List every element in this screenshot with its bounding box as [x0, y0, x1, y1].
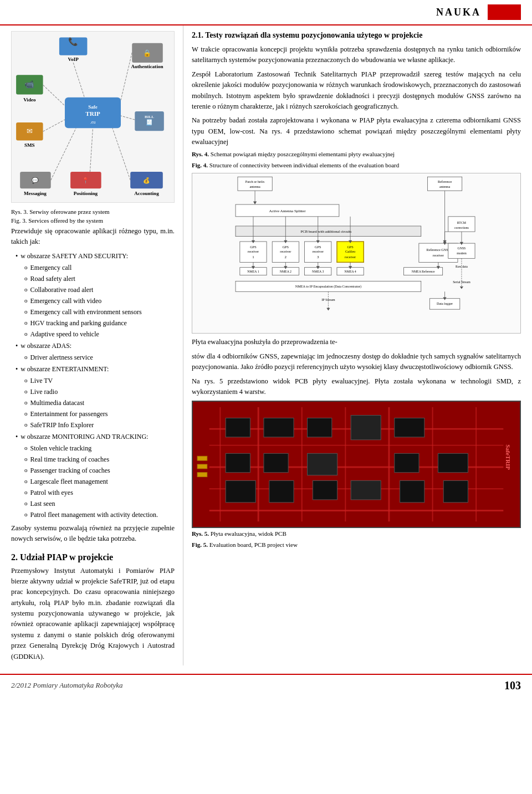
item-safetrip-info: SafeTRIP Info Explorer [24, 420, 175, 430]
svg-text:💰: 💰 [143, 177, 150, 184]
svg-rect-32 [70, 172, 101, 188]
svg-text:NMEA 4: NMEA 4 [344, 270, 356, 273]
right-para2: Zespół Laboratorium Zastosowań Technik S… [192, 69, 521, 112]
rys5-caption-pl: Rys. 5. Płyta ewaluacyjna, widok PCB [192, 530, 521, 537]
svg-text:Video: Video [23, 97, 36, 103]
svg-text:modem: modem [457, 252, 467, 255]
svg-marker-119 [460, 286, 463, 289]
svg-rect-140 [226, 454, 250, 473]
item-patrol-fleet: Patrol fleet management with activity de… [24, 510, 175, 520]
svg-rect-141 [264, 454, 288, 473]
category-adas: w obszarze ADAS: [16, 341, 175, 351]
category-entertainment-label: w obszarze ENTERTAINMENT: [21, 364, 109, 374]
services-list: w obszarze SAFETY AND SECURITY: Emergenc… [16, 251, 175, 520]
svg-text:receiver: receiver [280, 250, 291, 254]
item-live-tv: Live TV [24, 376, 175, 386]
svg-text:GPS: GPS [347, 245, 354, 249]
svg-text:receiver: receiver [248, 250, 259, 254]
pcb-image: SafeTRIP [192, 401, 521, 528]
item-passenger-tracking: Passenger tracking of coaches [24, 465, 175, 475]
svg-line-7 [73, 63, 84, 98]
svg-line-11 [43, 85, 65, 105]
svg-rect-136 [264, 418, 294, 437]
svg-text:3: 3 [317, 255, 319, 260]
svg-text:Accounting: Accounting [134, 191, 159, 196]
item-live-radio: Live radio [24, 387, 175, 397]
svg-rect-8 [16, 75, 43, 94]
item-driver-alertness: Driver alertness service [24, 352, 175, 362]
item-emergency-env: Emergency call with environment sensors [24, 307, 175, 317]
category-safety-label: w obszarze SAFETY AND SECURITY: [21, 251, 128, 261]
svg-text:🔒: 🔒 [143, 49, 152, 58]
rys4-text-pl: Schemat powiązań między poszczególnymi e… [211, 151, 395, 157]
svg-text:Data logger: Data logger [437, 302, 453, 306]
svg-text:💬: 💬 [32, 177, 39, 184]
svg-rect-24 [135, 111, 164, 131]
section2-text1: Przemysłowy Instytut Automatyki i Pomiar… [11, 566, 175, 662]
item-road-safety: Road safety alert [24, 274, 175, 284]
svg-text:NMEA 3: NMEA 3 [312, 270, 324, 273]
category-adas-label: w obszarze ADAS: [21, 341, 71, 351]
category-monitoring: w obszarze MONITORING AND TRACKING: [16, 432, 175, 442]
svg-text:GNSS: GNSS [457, 247, 466, 250]
eval-schematic-svg: Patch or helix antenna Reference antenna… [192, 173, 520, 333]
section2-heading: 2. Udział PIAP w projekcie [11, 552, 175, 562]
svg-rect-147 [313, 481, 337, 500]
svg-text:Reference GNSS: Reference GNSS [427, 248, 451, 252]
fig3-caption-pl: Rys. 3. Serwisy oferowane przez system [11, 208, 175, 215]
svg-line-27 [121, 116, 135, 120]
right-para1: W trakcie opracowania koncepcji projektu… [192, 44, 521, 66]
item-fleet-mgmt: Largescale fleet management [24, 477, 175, 486]
item-entertainment-pass: Entertainment for passengers [24, 409, 175, 419]
svg-text:receiver: receiver [345, 255, 356, 259]
svg-text:TRIP: TRIP [85, 110, 100, 117]
category-monitoring-label: w obszarze MONITORING AND TRACKING: [21, 432, 148, 442]
svg-rect-4 [59, 38, 88, 55]
section-heading-container: 2.1. Testy rozwiązań dla systemu pozycjo… [192, 31, 521, 40]
item-stolen-vehicle: Stolen vehicle tracking [24, 443, 175, 453]
right-para5: stów dla 4 odbiorników GNSS, zapewniając… [192, 351, 521, 373]
svg-line-31 [112, 128, 130, 180]
rys5-caption-en: Fig. 5. Evaluation board, PCB project vi… [192, 541, 521, 548]
item-emergency-call: Emergency call [24, 263, 175, 273]
item-patrol-eyes: Patrol with eyes [24, 488, 175, 498]
svg-marker-101 [326, 308, 330, 311]
page-footer: 2/2012 Pomiary Automatyka Robotyka 103 [0, 674, 532, 696]
svg-rect-28 [130, 172, 163, 188]
fig3-caption-en: Fig. 3. Services offered by the system [11, 217, 175, 224]
svg-text:receiver: receiver [313, 250, 324, 254]
svg-rect-149 [400, 481, 424, 503]
svg-text:Messaging: Messaging [24, 191, 47, 196]
svg-text:receiver: receiver [433, 254, 444, 258]
rys4-caption-pl: Rys. 4. Schemat powiązań między poszczeg… [192, 151, 521, 157]
svg-text:Galileo: Galileo [345, 250, 355, 254]
svg-line-35 [90, 128, 93, 172]
rys5-text-pl: Płyta ewaluacyjna, widok PCB [211, 530, 287, 537]
item-collaborative-road: Collaborative road alert [24, 285, 175, 295]
diagram-svg: Safe TRIP .eu 📞 VoIP 📹 Video ✉ SMS [12, 32, 174, 202]
svg-text:VoIP: VoIP [68, 57, 79, 62]
right-para3: Na potrzeby badań została zaprojektowana… [192, 115, 521, 147]
svg-text:Patch or helix: Patch or helix [245, 180, 265, 183]
svg-text:🧾: 🧾 [146, 119, 153, 126]
svg-rect-146 [269, 481, 294, 503]
svg-text:📞: 📞 [68, 37, 78, 47]
header-title: NAUKA [436, 7, 481, 18]
footer-page: 103 [504, 679, 521, 692]
svg-text:PCB board with additional circ: PCB board with additional circuits [301, 230, 352, 234]
page-header: NAUKA [0, 0, 532, 25]
svg-text:antenna: antenna [249, 185, 260, 188]
svg-marker-43 [253, 202, 257, 204]
svg-text:NMEA 2: NMEA 2 [280, 270, 291, 273]
right-column: 2.1. Testy rozwiązań dla systemu pozycjo… [183, 25, 521, 665]
svg-rect-16 [20, 172, 51, 188]
item-last-seen: Last seen [24, 499, 175, 509]
svg-rect-39 [427, 177, 462, 191]
fig5-label: Fig. 5. [192, 541, 208, 548]
right-para6: Na rys. 5 przedstawiono widok PCB płyty … [192, 376, 521, 398]
svg-text:Positioning: Positioning [74, 191, 98, 196]
safetrip-diagram: Safe TRIP .eu 📞 VoIP 📹 Video ✉ SMS [11, 31, 175, 203]
svg-rect-142 [308, 454, 337, 475]
fig5-text-en: Evaluation board, PCB project view [209, 541, 298, 548]
section-title: Testy rozwiązań dla systemu pozycjonowan… [205, 31, 422, 39]
